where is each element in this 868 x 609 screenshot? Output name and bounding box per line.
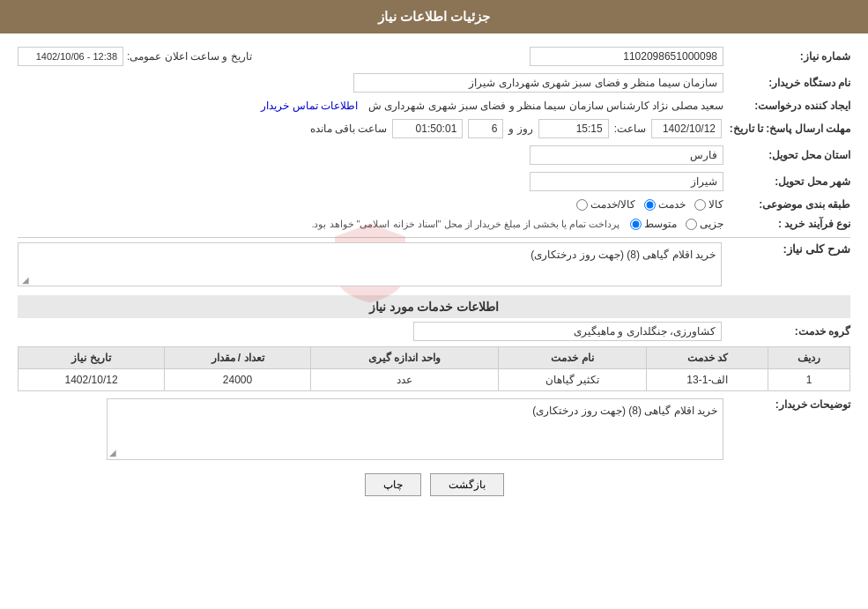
page-header: جزئیات اطلاعات نیاز	[0, 0, 868, 33]
table-cell: 24000	[165, 369, 311, 391]
table-row: 1الف-1-13تکثیر گیاهانعدد240001402/10/12	[19, 369, 850, 391]
col-quantity: تعداد / مقدار	[165, 347, 311, 369]
purchase-type-row: نوع فرآیند خرید : جزیی متوسط پرداخت تمام…	[18, 218, 850, 230]
deadline-remaining-label: ساعت باقی مانده	[310, 123, 388, 135]
purchase-type-radio-group: جزیی متوسط	[630, 218, 723, 230]
province-box: فارس	[530, 145, 723, 165]
services-table-header: ردیف کد خدمت نام خدمت واحد اندازه گیری ت…	[19, 347, 850, 369]
col-row-num: ردیف	[768, 347, 850, 369]
description-label: شرح کلی نیاز:	[727, 242, 850, 256]
city-value: شیراز	[691, 175, 717, 188]
need-number-value: 1102098651000098	[623, 50, 717, 63]
page-title: جزئیات اطلاعات نیاز	[378, 9, 490, 24]
deadline-date: 1402/10/12	[663, 123, 716, 135]
button-row: بازگشت چاپ	[18, 473, 850, 496]
need-number-row: شماره نیاز: 1102098651000098 تاریخ و ساع…	[18, 47, 850, 66]
buyer-desc-label: توضیحات خریدار:	[727, 398, 850, 411]
category-kala-khadamat-radio[interactable]	[576, 199, 588, 211]
province-label: استان محل تحویل:	[727, 149, 850, 161]
announce-value-box: 1402/10/06 - 12:38	[18, 47, 123, 66]
col-date: تاریخ نیاز	[19, 347, 165, 369]
purchase-type-label: نوع فرآیند خرید :	[727, 218, 850, 230]
deadline-date-box: 1402/10/12	[651, 119, 722, 138]
buyer-desc-box: خرید اقلام گیاهی (8) (جهت روز درختکاری) …	[107, 398, 723, 460]
group-row: گروه خدمت: کشاورزی، جنگلداری و ماهیگیری	[18, 322, 850, 341]
buyer-org-value: سازمان سیما منظر و فضای سبز شهری شهرداری…	[469, 77, 717, 89]
category-khadamat-label: خدمت	[658, 198, 686, 211]
description-box-container: خرید اقلام گیاهی (8) (جهت روز درختکاری) …	[18, 242, 722, 286]
city-label: شهر محل تحویل:	[727, 175, 850, 188]
purchase-jozvi: جزیی	[686, 218, 723, 230]
description-text: خرید اقلام گیاهی (8) (جهت روز درختکاری)	[530, 249, 716, 261]
back-button[interactable]: بازگشت	[430, 473, 504, 496]
buyer-org-row: نام دستگاه خریدار: سازمان سیما منظر و فض…	[18, 73, 850, 93]
col-service-name: نام خدمت	[498, 347, 647, 369]
print-button[interactable]: چاپ	[365, 473, 421, 496]
services-section-title: اطلاعات خدمات مورد نیاز	[18, 295, 850, 318]
table-cell: 1	[768, 369, 850, 391]
category-khadamat: خدمت	[644, 198, 686, 211]
col-unit: واحد اندازه گیری	[311, 347, 499, 369]
category-kala-khadamat: کالا/خدمت	[576, 198, 635, 211]
province-value: فارس	[690, 149, 717, 161]
deadline-days: 6	[492, 123, 498, 135]
purchase-motavasset-label: متوسط	[644, 218, 677, 230]
province-row: استان محل تحویل: فارس	[18, 145, 850, 165]
purchase-motavasset: متوسط	[630, 218, 677, 230]
group-value: کشاورزی، جنگلداری و ماهیگیری	[574, 325, 716, 338]
deadline-label: مهلت ارسال پاسخ: تا تاریخ:	[727, 123, 850, 135]
table-cell: 1402/10/12	[19, 369, 165, 391]
services-table: ردیف کد خدمت نام خدمت واحد اندازه گیری ت…	[18, 346, 850, 391]
buyer-org-box: سازمان سیما منظر و فضای سبز شهری شهرداری…	[353, 73, 723, 93]
purchase-note: پرداخت تمام یا بخشی از مبلغ خریدار از مح…	[311, 219, 619, 230]
services-table-body: 1الف-1-13تکثیر گیاهانعدد240001402/10/12	[19, 369, 850, 391]
buyer-desc-resize[interactable]: ◢	[109, 448, 116, 457]
category-kala-radio[interactable]	[694, 199, 706, 211]
description-section: شرح کلی نیاز: خرید اقلام گیاهی (8) (جهت …	[18, 242, 850, 286]
need-number-label: شماره نیاز:	[727, 50, 850, 63]
table-cell: الف-1-13	[647, 369, 768, 391]
category-kala: کالا	[694, 198, 723, 211]
buyer-desc-text: خرید اقلام گیاهی (8) (جهت روز درختکاری)	[532, 405, 717, 417]
deadline-time: 15:15	[576, 123, 603, 135]
purchase-jozvi-label: جزیی	[700, 218, 723, 230]
deadline-time-box: 15:15	[538, 119, 609, 138]
group-value-box: کشاورزی، جنگلداری و ماهیگیری	[413, 322, 722, 341]
deadline-time-label: ساعت:	[614, 123, 646, 135]
table-cell: عدد	[311, 369, 499, 391]
purchase-jozvi-radio[interactable]	[686, 219, 697, 230]
description-wrapper: خرید اقلام گیاهی (8) (جهت روز درختکاری) …	[18, 242, 722, 286]
creator-contact-link[interactable]: اطلاعات تماس خریدار	[261, 100, 358, 112]
description-text-box: خرید اقلام گیاهی (8) (جهت روز درختکاری) …	[18, 242, 722, 286]
deadline-remaining-box: 01:50:01	[392, 119, 463, 138]
category-label: طبقه بندی موضوعی:	[727, 198, 850, 211]
announce-value: 1402/10/06 - 12:38	[36, 51, 117, 62]
group-label: گروه خدمت:	[727, 325, 850, 338]
category-kala-khadamat-label: کالا/خدمت	[590, 198, 635, 211]
purchase-motavasset-radio[interactable]	[630, 219, 642, 230]
city-row: شهر محل تحویل: شیراز	[18, 172, 850, 191]
col-service-code: کد خدمت	[647, 347, 768, 369]
category-kala-label: کالا	[708, 198, 723, 211]
deadline-days-box: 6	[468, 119, 503, 138]
table-cell: تکثیر گیاهان	[498, 369, 647, 391]
deadline-remaining: 01:50:01	[416, 123, 457, 135]
buyer-org-label: نام دستگاه خریدار:	[727, 77, 850, 89]
city-box: شیراز	[530, 172, 723, 191]
category-radio-group: کالا خدمت کالا/خدمت	[576, 198, 723, 211]
creator-value: سعید مصلی نژاد کارشناس سازمان سیما منظر …	[368, 100, 723, 112]
resize-handle[interactable]: ◢	[20, 275, 29, 284]
creator-label: ایجاد کننده درخواست:	[727, 100, 850, 112]
buyer-description-row: توضیحات خریدار: خرید اقلام گیاهی (8) (جه…	[18, 398, 850, 460]
deadline-row: مهلت ارسال پاسخ: تا تاریخ: 1402/10/12 سا…	[18, 119, 850, 138]
need-number-box: 1102098651000098	[530, 47, 723, 66]
creator-row: ایجاد کننده درخواست: سعید مصلی نژاد کارش…	[18, 100, 850, 112]
announce-label: تاریخ و ساعت اعلان عمومی:	[127, 50, 252, 63]
deadline-days-label: روز و	[508, 123, 532, 135]
category-row: طبقه بندی موضوعی: کالا خدمت کالا/خدمت	[18, 198, 850, 211]
category-khadamat-radio[interactable]	[644, 199, 656, 211]
